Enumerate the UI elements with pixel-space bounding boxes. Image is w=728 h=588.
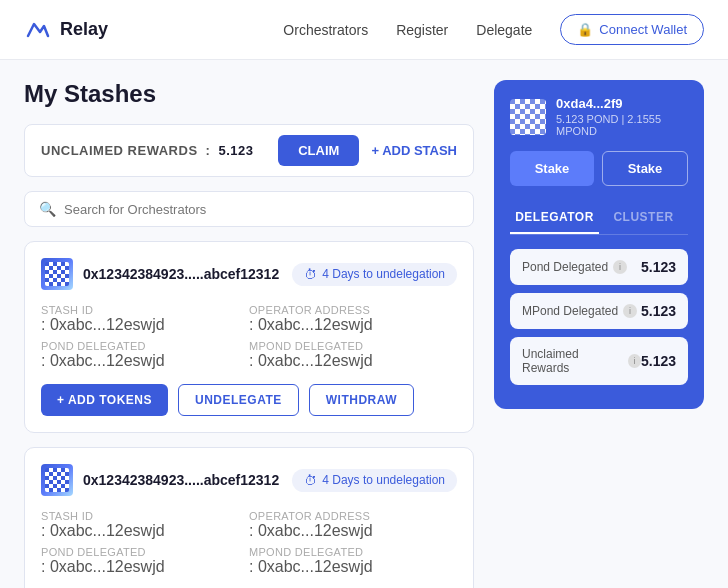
stash-avatar-2 [41,464,73,496]
logo-icon [24,16,52,44]
unclaimed-rewards-label-group: UNCLAIMED REWARDS : 5.123 [41,143,253,158]
connect-wallet-button[interactable]: 🔒 Connect Wallet [560,14,704,45]
stash-card-1-id-row: 0x12342384923.....abcef12312 [41,258,279,290]
stash-details-1: STASH ID : 0xabc...12eswjd OPERATOR ADDR… [41,304,457,370]
mpond-delegated-item-2: MPOND DELEGATED : 0xabc...12eswjd [249,546,457,576]
undelegation-text-2: 4 Days to undelegation [322,473,445,487]
metric-unclaimed-value: 5.123 [641,353,676,369]
search-bar: 🔍 [24,191,474,227]
main-layout: My Stashes UNCLAIMED REWARDS : 5.123 CLA… [0,60,728,588]
pond-delegated-item-1: POND DELEGATED : 0xabc...12eswjd [41,340,249,370]
wallet-card: 0xda4...2f9 5.123 POND | 2.1555 MPOND St… [494,80,704,409]
unclaimed-separator: : [206,143,211,158]
stash-id-item-1: STASH ID : 0xabc...12eswjd [41,304,249,334]
stash-card-2-id-row: 0x12342384923.....abcef12312 [41,464,279,496]
tab-cluster[interactable]: CLUSTER [599,202,688,234]
stake-buttons: Stake Stake [510,151,688,186]
undelegation-badge-1: ⏱ 4 Days to undelegation [292,263,457,286]
undelegation-badge-2: ⏱ 4 Days to undelegation [292,469,457,492]
logo: Relay [24,16,108,44]
info-icon-mpond[interactable]: i [623,304,637,318]
undelegate-button-1[interactable]: UNDELEGATE [178,384,299,416]
withdraw-button-1[interactable]: WITHDRAW [309,384,414,416]
stash-card-1-header: 0x12342384923.....abcef12312 ⏱ 4 Days to… [41,258,457,290]
nav-register[interactable]: Register [396,22,448,38]
stake-button-active[interactable]: Stake [510,151,594,186]
stash-card-1: 0x12342384923.....abcef12312 ⏱ 4 Days to… [24,241,474,433]
stash-avatar-inner-1 [45,262,69,286]
wallet-info: 0xda4...2f9 5.123 POND | 2.1555 MPOND [556,96,688,137]
pond-delegated-item-2: POND DELEGATED : 0xabc...12eswjd [41,546,249,576]
unclaimed-rewards-bar: UNCLAIMED REWARDS : 5.123 CLAIM + ADD ST… [24,124,474,177]
add-stash-button[interactable]: + ADD STASH [371,143,457,158]
search-input[interactable] [64,202,459,217]
metric-pond-value: 5.123 [641,259,676,275]
left-panel: My Stashes UNCLAIMED REWARDS : 5.123 CLA… [24,80,474,588]
tab-delegator[interactable]: DELEGATOR [510,202,599,234]
stash-address-1: 0x12342384923.....abcef12312 [83,266,279,282]
unclaimed-rewards-value: 5.123 [218,143,253,158]
undelegation-text-1: 4 Days to undelegation [322,267,445,281]
wallet-header: 0xda4...2f9 5.123 POND | 2.1555 MPOND [510,96,688,137]
metric-unclaimed-rewards: Unclaimed Rewards i 5.123 [510,337,688,385]
wallet-tabs: DELEGATOR CLUSTER [510,202,688,235]
mpond-delegated-item-1: MPOND DELEGATED : 0xabc...12eswjd [249,340,457,370]
metric-mpond-label: MPond Delegated i [522,304,637,318]
nav-delegate[interactable]: Delegate [476,22,532,38]
right-panel: 0xda4...2f9 5.123 POND | 2.1555 MPOND St… [494,80,704,409]
metric-unclaimed-label: Unclaimed Rewards i [522,347,641,375]
clock-icon-2: ⏱ [304,473,317,488]
lock-icon: 🔒 [577,22,593,37]
stash-id-item-2: STASH ID : 0xabc...12eswjd [41,510,249,540]
info-icon-unclaimed[interactable]: i [628,354,641,368]
clock-icon-1: ⏱ [304,267,317,282]
nav-links: Orchestrators Register Delegate 🔒 Connec… [283,14,704,45]
add-tokens-button-1[interactable]: + ADD TOKENS [41,384,168,416]
stash-card-2-header: 0x12342384923.....abcef12312 ⏱ 4 Days to… [41,464,457,496]
stash-avatar-1 [41,258,73,290]
wallet-balance: 5.123 POND | 2.1555 MPOND [556,113,688,137]
metric-pond-delegated: Pond Delegated i 5.123 [510,249,688,285]
metric-mpond-delegated: MPond Delegated i 5.123 [510,293,688,329]
stash-card-2: 0x12342384923.....abcef12312 ⏱ 4 Days to… [24,447,474,588]
search-icon: 🔍 [39,201,56,217]
stash-avatar-inner-2 [45,468,69,492]
operator-address-item-1: OPERATOR ADDRESS : 0xabc...12eswjd [249,304,457,334]
page-title: My Stashes [24,80,474,108]
operator-address-item-2: OPERATOR ADDRESS : 0xabc...12eswjd [249,510,457,540]
navbar: Relay Orchestrators Register Delegate 🔒 … [0,0,728,60]
unclaimed-rewards-label: UNCLAIMED REWARDS [41,143,198,158]
stash-address-2: 0x12342384923.....abcef12312 [83,472,279,488]
metric-mpond-value: 5.123 [641,303,676,319]
claim-button[interactable]: CLAIM [278,135,359,166]
nav-orchestrators[interactable]: Orchestrators [283,22,368,38]
stake-button-outline[interactable]: Stake [602,151,688,186]
wallet-address: 0xda4...2f9 [556,96,688,111]
action-buttons-1: + ADD TOKENS UNDELEGATE WITHDRAW [41,384,457,416]
stash-details-2: STASH ID : 0xabc...12eswjd OPERATOR ADDR… [41,510,457,576]
metric-pond-label: Pond Delegated i [522,260,627,274]
wallet-avatar [510,99,546,135]
info-icon-pond[interactable]: i [613,260,627,274]
